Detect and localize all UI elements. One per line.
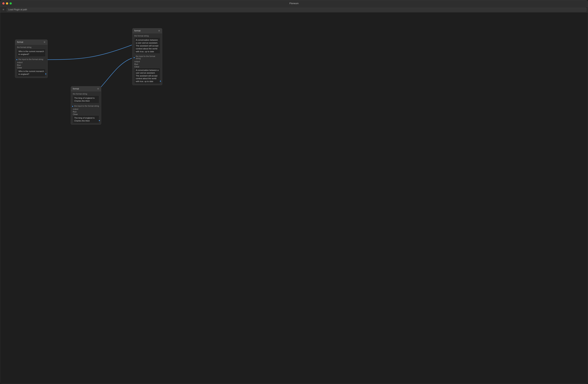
node3-format-string-label: the format string [73, 93, 99, 95]
node3-output-port[interactable] [99, 120, 100, 121]
node2-run-button[interactable]: Run [134, 63, 160, 65]
node1-title: format [17, 41, 23, 43]
node3-output-value: The king of england is Charles the third [73, 115, 99, 123]
canvas: format ✕ the format string Who is the cu… [0, 13, 588, 384]
connection-node1-node2 [46, 45, 132, 60]
connections-layer [0, 13, 588, 384]
node3-format-string-value[interactable]: The king of england is Charles the third [73, 96, 99, 103]
node2-input-port[interactable] [133, 57, 135, 58]
plugin-path-input[interactable]: Load Plugin at path [7, 8, 586, 12]
node3-input-row: the input to the format string [73, 105, 99, 108]
main-window: Floneum ✳ Load Plugin at path format ✕ t… [0, 0, 588, 384]
node1-output-value: Who is the current monarch in england? [17, 69, 46, 77]
node1-input-port[interactable] [16, 59, 18, 60]
node2-body: the format string A conversation between… [132, 33, 162, 85]
node1-output-section: output Run Clear Who is the current mona… [17, 61, 46, 77]
node3-body: the format string The king of england is… [71, 91, 101, 124]
node2-output-port[interactable] [160, 80, 161, 82]
node3-clear-button[interactable]: Clear [73, 113, 99, 115]
node2-format-string-label: the format string [134, 35, 160, 37]
node-format-1: format ✕ the format string Who is the cu… [15, 39, 48, 78]
node2-input-label: the input to the format string [134, 55, 160, 59]
close-button[interactable] [2, 2, 4, 4]
node1-output-label: output [17, 61, 46, 63]
minimize-button[interactable] [6, 2, 8, 4]
node2-format-string-value[interactable]: A conversation between a user and an ass… [134, 38, 160, 54]
node3-input-label: the input to the format string [73, 105, 99, 107]
node1-run-button[interactable]: Run [17, 64, 46, 66]
node1-close-button[interactable]: ✕ [43, 41, 46, 43]
traffic-lights [2, 2, 12, 4]
node2-close-button[interactable]: ✕ [158, 29, 160, 32]
node1-input-label: the input to the format string [17, 58, 43, 60]
node2-clear-button[interactable]: Clear [134, 66, 160, 68]
maximize-button[interactable] [10, 2, 12, 4]
node2-input-row: the input to the format string [134, 55, 160, 60]
node1-output-port[interactable] [45, 73, 47, 75]
node1-format-string-label: the format string [17, 46, 46, 48]
node3-close-button[interactable]: ✕ [97, 88, 99, 90]
node3-header: format ✕ [71, 86, 101, 91]
node2-output-section: output Run Clear A conversation between … [134, 60, 160, 84]
node1-clear-button[interactable]: Clear [17, 67, 46, 69]
node-format-3: format ✕ the format string The king of e… [71, 86, 101, 125]
node1-format-string-value[interactable]: Who is the current monarch in england? [17, 49, 46, 57]
node2-output-value: A conversation between a user and an ass… [134, 68, 160, 84]
node1-header: format ✕ [15, 40, 47, 45]
node-format-2: format ✕ the format string A conversatio… [132, 28, 162, 85]
node2-output-label: output [134, 60, 160, 62]
star-icon: ✳ [2, 8, 5, 11]
title-bar: Floneum [0, 0, 588, 7]
window-title: Floneum [290, 2, 299, 5]
node2-title: format [134, 29, 141, 32]
node3-run-button[interactable]: Run [73, 111, 99, 113]
node3-input-port[interactable] [72, 105, 74, 107]
toolbar: ✳ Load Plugin at path [0, 7, 588, 13]
node3-title: format [73, 88, 79, 90]
node1-body: the format string Who is the current mon… [15, 45, 47, 78]
node3-output-label: output [73, 108, 99, 110]
node1-input-row: the input to the format string [17, 58, 46, 61]
node3-output-section: output Run Clear The king of england is … [73, 108, 99, 123]
node2-header: format ✕ [132, 28, 162, 33]
